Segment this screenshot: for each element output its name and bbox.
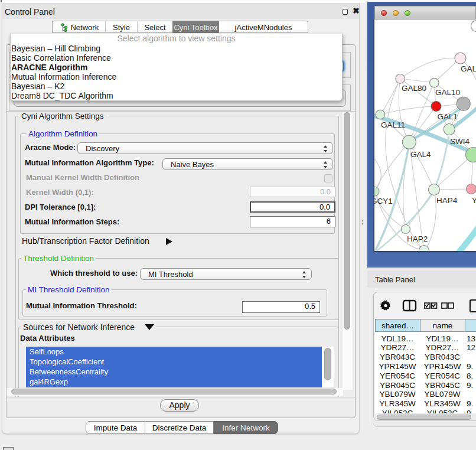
svg-text:GAL80: GAL80 bbox=[402, 84, 426, 93]
svg-text:SWI4: SWI4 bbox=[450, 137, 470, 146]
svg-text:GAL10: GAL10 bbox=[435, 88, 460, 97]
svg-text:HAP4: HAP4 bbox=[436, 196, 458, 205]
svg-text:GAL11: GAL11 bbox=[381, 120, 405, 129]
svg-text:GAL: GAL bbox=[461, 64, 476, 73]
svg-text:GAL1: GAL1 bbox=[438, 112, 458, 121]
svg-text:Y: Y bbox=[472, 196, 476, 205]
svg-text:GAL4: GAL4 bbox=[410, 150, 431, 159]
svg-text:HAP2: HAP2 bbox=[407, 234, 428, 243]
svg-text:GCY1: GCY1 bbox=[374, 197, 393, 206]
